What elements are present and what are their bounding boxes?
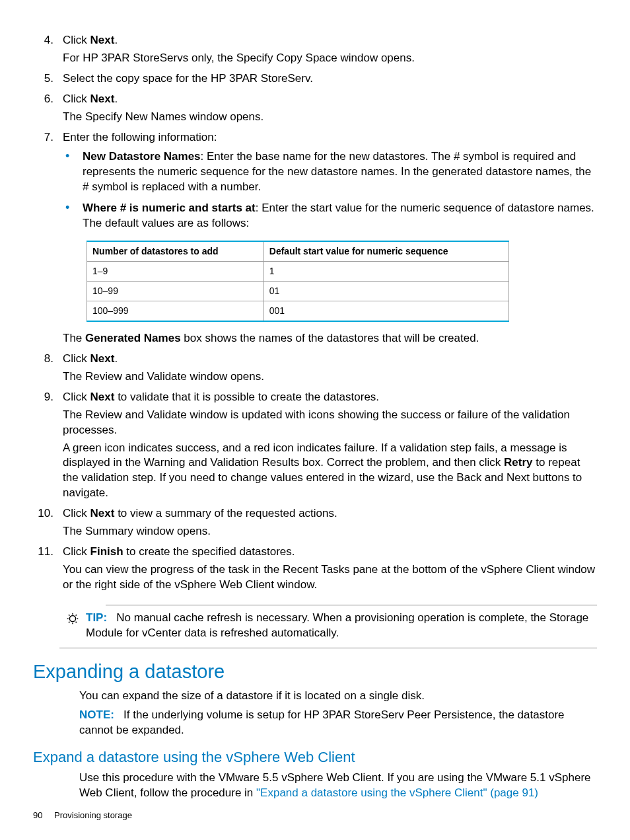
bullet-icon: • [63, 149, 83, 198]
step-5: 5. Select the copy space for the HP 3PAR… [33, 71, 597, 89]
table-row: 1–9 1 [87, 262, 509, 282]
step-number: 7. [33, 130, 63, 349]
page: 4. Click Next. For HP 3PAR StoreServs on… [0, 0, 630, 840]
step-number: 11. [33, 545, 63, 595]
tip-block: TIP: No manual cache refresh is necessar… [59, 611, 597, 641]
step-body: Click Next. For HP 3PAR StoreServs only,… [63, 33, 597, 69]
svg-line-5 [69, 615, 69, 615]
bullet-item: • New Datastore Names: Enter the base na… [63, 149, 597, 198]
step-body: Enter the following information: • New D… [63, 130, 597, 349]
step-6: 6. Click Next. The Specify New Names win… [33, 92, 597, 128]
step-7: 7. Enter the following information: • Ne… [33, 130, 597, 349]
bullet-icon: • [63, 201, 83, 234]
tip-lightbulb-icon [59, 611, 86, 641]
generated-names-note: The Generated Names box shows the names … [63, 331, 597, 346]
step-9: 9. Click Next to validate that it is pos… [33, 390, 597, 504]
bullet-item: • Where # is numeric and starts at: Ente… [63, 201, 597, 234]
heading-expand-web-client: Expand a datastore using the vSphere Web… [33, 747, 597, 767]
page-number: 90 [33, 810, 42, 820]
svg-point-0 [69, 615, 75, 621]
table-row: 100–999 001 [87, 301, 509, 321]
step-number: 8. [33, 352, 63, 387]
ordered-steps: 4. Click Next. For HP 3PAR StoreServs on… [33, 33, 597, 595]
svg-line-8 [76, 622, 77, 623]
step-10: 10. Click Next to view a summary of the … [33, 506, 597, 542]
section-body: Use this procedure with the VMware 5.5 v… [79, 771, 597, 801]
step-number: 5. [33, 71, 63, 89]
step-body: Click Finish to create the specified dat… [63, 545, 597, 595]
step-11: 11. Click Finish to create the specified… [33, 545, 597, 595]
table-row: 10–99 01 [87, 282, 509, 301]
defaults-table: Number of datastores to add Default star… [87, 241, 509, 322]
step-body: Click Next. The Specify New Names window… [63, 92, 597, 128]
step-8: 8. Click Next. The Review and Validate w… [33, 352, 597, 387]
step-4: 4. Click Next. For HP 3PAR StoreServs on… [33, 33, 597, 69]
divider [106, 605, 597, 605]
footer-title: Provisioning storage [54, 810, 132, 820]
step-body: Select the copy space for the HP 3PAR St… [63, 71, 597, 89]
tip-label: TIP: [86, 611, 107, 624]
table-header: Default start value for numeric sequence [263, 241, 508, 261]
note-label: NOTE: [79, 708, 114, 721]
heading-expanding-datastore: Expanding a datastore [33, 659, 597, 685]
step-number: 6. [33, 92, 63, 128]
divider [59, 648, 597, 648]
step-body: Click Next. The Review and Validate wind… [63, 352, 597, 387]
step-number: 9. [33, 390, 63, 504]
step-body: Click Next to validate that it is possib… [63, 390, 597, 504]
page-footer: 90 Provisioning storage [33, 810, 132, 821]
step-number: 10. [33, 506, 63, 542]
step-body: Click Next to view a summary of the requ… [63, 506, 597, 542]
section-body: You can expand the size of a datastore i… [79, 689, 597, 738]
svg-line-6 [76, 615, 77, 615]
step-number: 4. [33, 33, 63, 69]
link-expand-vsphere-client[interactable]: "Expand a datastore using the vSphere Cl… [256, 786, 538, 799]
tip-text: No manual cache refresh is necessary. Wh… [86, 611, 588, 639]
svg-line-7 [69, 622, 69, 623]
note-text: If the underlying volume is setup for HP… [79, 708, 565, 736]
bullet-list: • New Datastore Names: Enter the base na… [63, 149, 597, 235]
table-header: Number of datastores to add [87, 241, 264, 261]
